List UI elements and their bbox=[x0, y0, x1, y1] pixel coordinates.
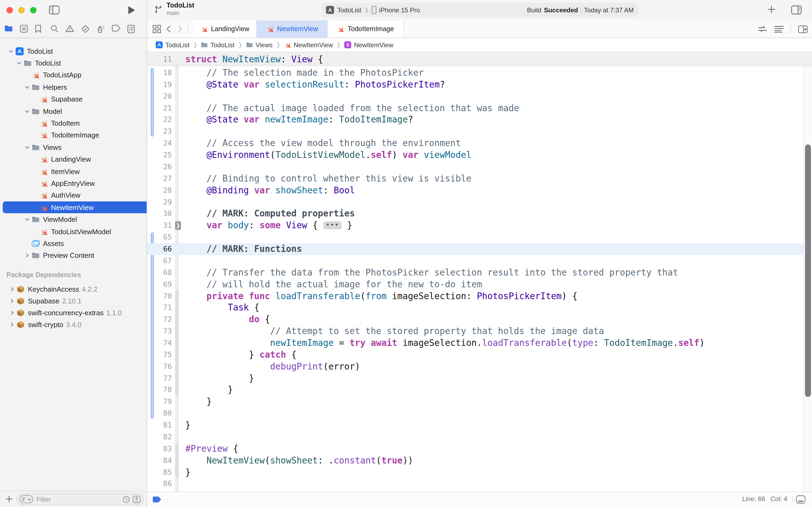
line-number[interactable]: 76 bbox=[147, 361, 172, 373]
code-line-74[interactable]: 74 newItemImage = try await imageSelecti… bbox=[147, 337, 804, 349]
code-line-18[interactable]: 18 // The selection made in the PhotosPi… bbox=[147, 67, 804, 79]
chevron-right-icon[interactable] bbox=[10, 322, 14, 327]
sidebar-item-Assets[interactable]: Assets bbox=[3, 238, 164, 249]
code-line-81[interactable]: 81} bbox=[147, 419, 804, 431]
sidebar-item-ViewModel[interactable]: ViewModel bbox=[3, 214, 164, 225]
line-number[interactable]: 24 bbox=[147, 137, 172, 149]
code-line-85[interactable]: 85} bbox=[147, 466, 804, 478]
filter-input[interactable]: Filter bbox=[16, 494, 144, 505]
code-line-21[interactable]: 21 // The actual image loaded from the s… bbox=[147, 102, 804, 114]
line-number[interactable]: 84 bbox=[147, 455, 172, 466]
code-line-67[interactable]: 67 bbox=[147, 255, 804, 267]
code-line-27[interactable]: 27 // Binding to control whether this vi… bbox=[147, 173, 804, 185]
sidebar-item-Helpers[interactable]: Helpers bbox=[3, 81, 164, 93]
code-line-28[interactable]: 28 @Binding var showSheet: Bool bbox=[147, 184, 804, 196]
code-line-70[interactable]: 70 private func loadTransferable(from im… bbox=[147, 290, 804, 302]
zoom-window-button[interactable] bbox=[30, 7, 37, 13]
report-navigator-icon[interactable] bbox=[127, 25, 135, 33]
code-line-30[interactable]: 30 // MARK: Computed properties bbox=[147, 208, 804, 220]
editor-scrollbar-track[interactable] bbox=[803, 52, 812, 492]
run-button[interactable] bbox=[127, 5, 136, 15]
scheme-branch-block[interactable]: TodoList main bbox=[154, 2, 194, 17]
code-line-25[interactable]: 25 @Environment(TodoListViewModel.self) … bbox=[147, 149, 804, 161]
chevron-right-icon[interactable] bbox=[10, 310, 14, 315]
code-line-86[interactable]: 86 bbox=[147, 478, 804, 490]
line-number[interactable]: 65 bbox=[147, 231, 172, 243]
add-editor-icon[interactable] bbox=[798, 25, 808, 33]
package-item-swift-crypto[interactable]: swift-crypto3.4.0 bbox=[3, 319, 149, 330]
chevron-down-icon[interactable] bbox=[25, 84, 30, 90]
code-line-71[interactable]: 71 Task { bbox=[147, 302, 804, 314]
line-number[interactable]: 66 bbox=[147, 243, 172, 255]
line-number[interactable]: 81 bbox=[147, 419, 172, 431]
sidebar-item-TodoListApp[interactable]: TodoListApp bbox=[3, 69, 164, 81]
package-item-KeychainAccess[interactable]: KeychainAccess4.2.2 bbox=[3, 283, 149, 295]
chevron-right-icon[interactable] bbox=[10, 287, 14, 291]
line-number[interactable]: 69 bbox=[147, 278, 172, 290]
line-number[interactable]: 73 bbox=[147, 326, 172, 337]
find-navigator-icon[interactable] bbox=[51, 25, 59, 33]
code-editor[interactable]: 18 // The selection made in the PhotosPi… bbox=[147, 52, 812, 492]
chevron-right-icon[interactable] bbox=[25, 253, 30, 258]
breadcrumb-item-NewItemView[interactable]: SNewItemView bbox=[344, 41, 393, 49]
chevron-right-icon[interactable] bbox=[10, 298, 14, 303]
line-number[interactable]: 74 bbox=[147, 337, 172, 349]
code-line-76[interactable]: 76 debugPrint(error) bbox=[147, 361, 804, 373]
line-number[interactable]: 27 bbox=[147, 173, 172, 185]
code-line-20[interactable]: 20 bbox=[147, 91, 804, 102]
tab-TodoItemImage[interactable]: TodoItemImage bbox=[328, 20, 404, 38]
line-number[interactable]: 22 bbox=[147, 114, 172, 126]
line-number[interactable]: 72 bbox=[147, 314, 172, 326]
minimize-window-button[interactable] bbox=[18, 7, 25, 13]
code-line-79[interactable]: 79 } bbox=[147, 396, 804, 408]
sidebar-item-Model[interactable]: Model bbox=[3, 105, 164, 117]
package-item-Supabase[interactable]: Supabase2.10.1 bbox=[3, 295, 149, 307]
sticky-declaration-header[interactable]: 11struct NewItemView: View { bbox=[147, 52, 812, 65]
line-number[interactable]: 79 bbox=[147, 396, 172, 408]
code-line-75[interactable]: 75 } catch { bbox=[147, 349, 804, 361]
chevron-down-icon[interactable] bbox=[17, 61, 21, 65]
recent-files-clock-icon[interactable] bbox=[122, 496, 130, 503]
library-add-icon[interactable] bbox=[767, 5, 776, 14]
code-line-83[interactable]: 83#Preview { bbox=[147, 443, 804, 455]
code-line-24[interactable]: 24 // Access the view model through the … bbox=[147, 137, 804, 149]
code-line-29[interactable]: 29 bbox=[147, 196, 804, 208]
line-number[interactable]: 23 bbox=[147, 126, 172, 138]
code-line-31[interactable]: 31 var body: some View { ••• } bbox=[147, 220, 804, 232]
project-navigator-folder-icon[interactable] bbox=[4, 25, 13, 32]
code-line-73[interactable]: 73 // Attempt to set the stored property… bbox=[147, 326, 804, 337]
sidebar-item-TodoList[interactable]: TodoList bbox=[3, 45, 148, 57]
code-line-23[interactable]: 23 bbox=[147, 126, 804, 138]
line-number[interactable]: 28 bbox=[147, 184, 172, 196]
code-line-80[interactable]: 80 bbox=[147, 408, 804, 419]
sidebar-item-Preview-Content[interactable]: Preview Content bbox=[3, 250, 164, 262]
editor-options-icon[interactable] bbox=[774, 25, 784, 33]
code-line-65[interactable]: 65 bbox=[147, 231, 804, 243]
chevron-down-icon[interactable] bbox=[9, 49, 13, 53]
breadcrumb-item-Views[interactable]: Views bbox=[246, 41, 273, 49]
chevron-down-icon[interactable] bbox=[25, 109, 30, 114]
line-number[interactable]: 26 bbox=[147, 161, 172, 173]
debug-navigator-icon[interactable] bbox=[97, 25, 105, 33]
editor-scrollbar-thumb[interactable] bbox=[805, 145, 811, 397]
inspector-sidebar-toggle-icon[interactable] bbox=[791, 5, 802, 14]
line-number[interactable]: 86 bbox=[147, 478, 172, 490]
package-item-swift-concurrency-extras[interactable]: swift-concurrency-extras1.1.0 bbox=[3, 307, 149, 319]
sidebar-item-Views[interactable]: Views bbox=[3, 141, 164, 153]
line-number[interactable]: 78 bbox=[147, 384, 172, 396]
line-number[interactable]: 80 bbox=[147, 408, 172, 419]
bookmark-navigator-icon[interactable] bbox=[35, 25, 41, 33]
line-number[interactable]: 25 bbox=[147, 149, 172, 161]
code-line-84[interactable]: 84 NewItemView(showSheet: .constant(true… bbox=[147, 455, 804, 466]
add-file-icon[interactable] bbox=[5, 495, 13, 503]
breadcrumb-item-TodoList[interactable]: TodoList bbox=[201, 41, 234, 49]
navigator-sidebar-toggle-icon[interactable] bbox=[49, 5, 60, 14]
code-review-icon[interactable] bbox=[758, 25, 767, 33]
code-line-72[interactable]: 72 do { bbox=[147, 314, 804, 326]
line-number[interactable]: 82 bbox=[147, 431, 172, 443]
breadcrumb-item-TodoList[interactable]: TodoList bbox=[156, 41, 189, 49]
code-line-77[interactable]: 77 } bbox=[147, 373, 804, 384]
line-number[interactable]: 71 bbox=[147, 302, 172, 314]
bottom-bar-toggle-icon[interactable] bbox=[796, 495, 806, 504]
line-number[interactable]: 68 bbox=[147, 267, 172, 279]
